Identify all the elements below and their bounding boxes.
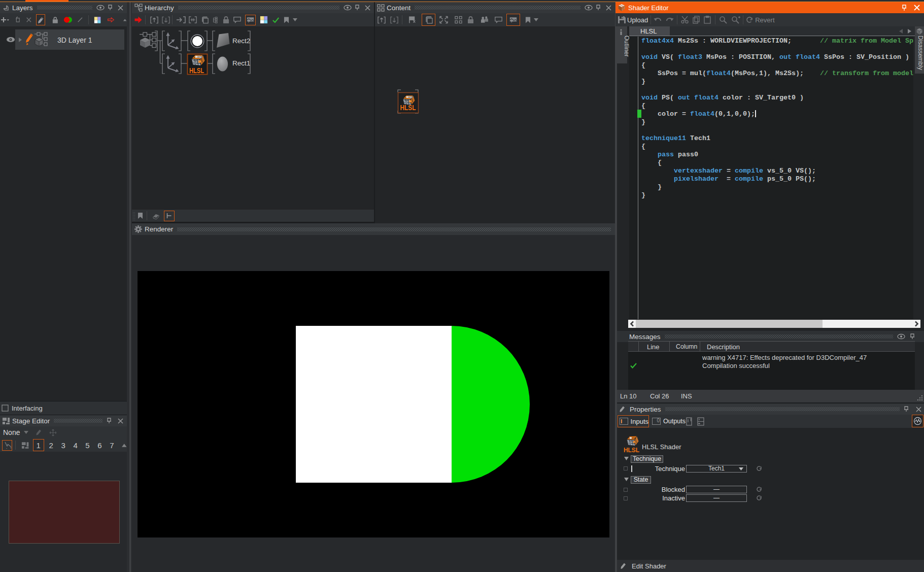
svg-text:Rect2: Rect2: [232, 37, 250, 45]
svg-text:Rect1: Rect1: [232, 59, 250, 67]
svg-text:HLSL: HLSL: [400, 103, 416, 112]
svg-text:HLSL: HLSL: [624, 446, 639, 453]
